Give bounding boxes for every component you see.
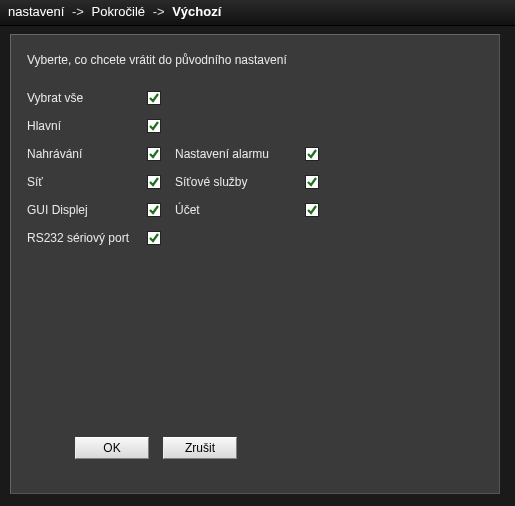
- checkbox-rs232[interactable]: [147, 231, 161, 245]
- breadcrumb: nastavení -> Pokročilé -> Výchozí: [0, 0, 515, 26]
- check-icon: [306, 204, 318, 216]
- breadcrumb-sep: ->: [72, 4, 84, 19]
- checkbox-netservice[interactable]: [305, 175, 319, 189]
- check-icon: [148, 204, 160, 216]
- check-icon: [148, 176, 160, 188]
- ok-button[interactable]: OK: [75, 437, 149, 459]
- checkbox-record[interactable]: [147, 147, 161, 161]
- label-alarm: Nastavení alarmu: [175, 147, 305, 161]
- checkbox-select-all[interactable]: [147, 91, 161, 105]
- breadcrumb-seg-advanced: Pokročilé: [92, 4, 145, 19]
- button-row: OK Zrušit: [11, 437, 499, 459]
- check-icon: [148, 92, 160, 104]
- checkbox-account[interactable]: [305, 203, 319, 217]
- checkbox-alarm[interactable]: [305, 147, 319, 161]
- label-general: Hlavní: [27, 119, 147, 133]
- cancel-button[interactable]: Zrušit: [163, 437, 237, 459]
- instruction-text: Vyberte, co chcete vrátit do původního n…: [27, 53, 483, 67]
- settings-panel: Vyberte, co chcete vrátit do původního n…: [10, 34, 500, 494]
- breadcrumb-seg-settings: nastavení: [8, 4, 64, 19]
- label-rs232: RS232 sériový port: [27, 231, 147, 245]
- checkbox-gui[interactable]: [147, 203, 161, 217]
- checkbox-network[interactable]: [147, 175, 161, 189]
- check-icon: [148, 232, 160, 244]
- check-icon: [148, 120, 160, 132]
- label-network: Síť: [27, 175, 147, 189]
- options-grid: Vybrat vše Hlavní Nahrávání Nastavení al…: [27, 91, 483, 245]
- label-account: Účet: [175, 203, 305, 217]
- label-gui: GUI Displej: [27, 203, 147, 217]
- breadcrumb-sep: ->: [153, 4, 165, 19]
- breadcrumb-seg-default: Výchozí: [172, 4, 221, 19]
- label-netservice: Síťové služby: [175, 175, 305, 189]
- check-icon: [148, 148, 160, 160]
- label-select-all: Vybrat vše: [27, 91, 147, 105]
- check-icon: [306, 148, 318, 160]
- check-icon: [306, 176, 318, 188]
- label-record: Nahrávání: [27, 147, 147, 161]
- checkbox-general[interactable]: [147, 119, 161, 133]
